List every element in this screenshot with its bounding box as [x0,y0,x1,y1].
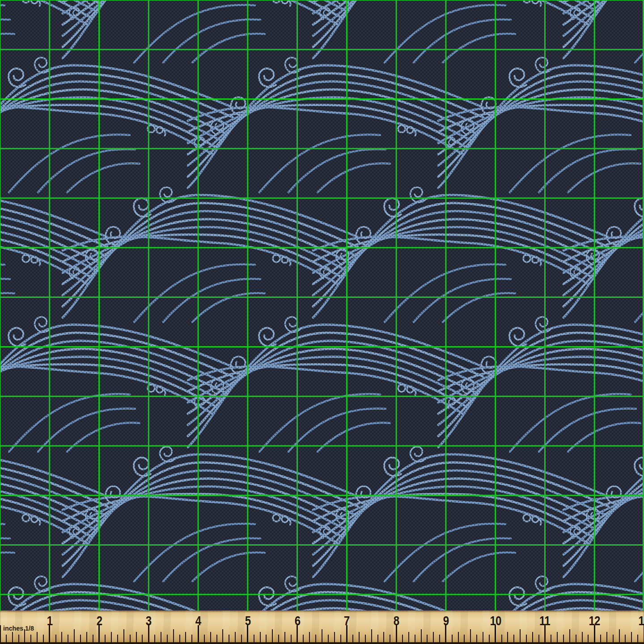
ruler-unit-label: inches 1/8 [3,624,34,632]
ruler-tick [284,632,285,642]
ruler-number: 6 [294,613,300,628]
ruler-number: 5 [245,613,251,628]
ruler-tick [421,629,422,642]
fabric-swatch-photo: 12345678910111213 inches 1/8 [0,0,644,644]
ruler-tick [61,632,62,642]
ruler-tick [489,635,490,642]
ruler-tick [365,635,366,642]
ruler-tick [93,635,93,642]
ruler-number: 3 [146,613,152,628]
ruler-tick [613,635,614,642]
ruler-tick [588,635,589,642]
ruler-tick [470,629,471,642]
ruler-tick [359,632,360,642]
ruler-tick [123,629,124,642]
ruler-tick [154,635,155,642]
ruler-number: 11 [540,613,551,628]
ruler-number: 4 [195,613,201,628]
ruler-tick [563,635,564,642]
ruler-tick [408,632,409,642]
ruler-tick [37,632,38,642]
ruler-tick [204,635,205,642]
ruler-tick [210,632,211,642]
ruler-tick [191,635,192,642]
ruler-tick [74,629,75,642]
ruler-tick [303,635,304,642]
ruler-number: 9 [443,613,449,628]
ruler-tick [526,635,527,642]
ruler-tick [0,625,1,642]
ruler-tick [167,635,168,642]
ruler-tick [18,635,19,642]
ruler-tick [352,635,353,642]
ruler-tick [12,632,13,642]
ruler-tick [439,635,440,642]
ruler-number: 13 [638,613,644,628]
ruler-tick [619,629,620,642]
ruler-number: 7 [344,613,350,628]
ruler-tick [334,632,335,642]
ruler-tick [278,635,279,642]
ruler-tick [476,635,477,642]
ruler-tick [625,635,626,642]
ruler-tick [340,635,341,642]
ruler-tick [371,629,372,642]
ruler-tick [452,635,453,642]
ruler-tick [6,635,7,642]
ruler-tick [383,632,384,642]
ruler-tick [111,632,112,642]
ruler-tick [415,635,415,642]
ruler-tick [68,635,68,642]
ruler-tick [105,635,106,642]
ruler-tick [458,632,459,642]
ruler-tick [130,635,131,642]
ruler-tick [464,635,465,642]
ruler-tick [86,632,87,642]
ruler-tick [309,632,310,642]
ruler-tick [216,635,217,642]
ruler-number: 12 [589,613,600,628]
ruler-tick [291,635,292,642]
ruler-tick [30,635,31,642]
ruler-tick [173,629,174,642]
ruler-tick [179,635,180,642]
ruler-tick [557,632,558,642]
ruler-tick [569,629,570,642]
ruler-tick [80,635,81,642]
ruler-tick [43,635,44,642]
ruler-tick [161,632,161,642]
ruler-tick [55,635,56,642]
ruler-number: 8 [394,613,399,628]
ruler-tick [222,629,223,642]
ruler-tick [390,635,390,642]
ruler-tick [551,635,551,642]
ruler-tick [322,629,322,642]
ruler-bottom-edge [0,642,644,644]
ruler-tick [538,635,539,642]
ruler-tick [402,635,403,642]
ruler-tick [229,635,229,642]
ruler-tick [266,635,267,642]
ruler-tick [600,635,601,642]
ruler-tick [136,632,137,642]
ruler-tick [377,635,378,642]
ruler-tick [582,632,583,642]
ruler-tick [427,635,428,642]
ruler-tick [254,635,254,642]
ruler-tick [501,635,502,642]
ruler-tick [637,635,638,642]
ruler-tick [507,632,508,642]
ruler-tick [513,635,514,642]
ruler-tick [315,635,316,642]
ruler-tick [520,629,521,642]
ruler-tick [576,635,576,642]
ruler-tick [328,635,329,642]
ruler-tick [433,632,434,642]
ruler-tick [260,632,261,642]
ruler-tick [606,632,607,642]
ruler-number: 2 [96,613,102,628]
ruler-number: 1 [47,613,52,628]
ruler-tick [241,635,242,642]
ruler-tick [142,635,143,642]
ruler-number: 10 [490,613,501,628]
